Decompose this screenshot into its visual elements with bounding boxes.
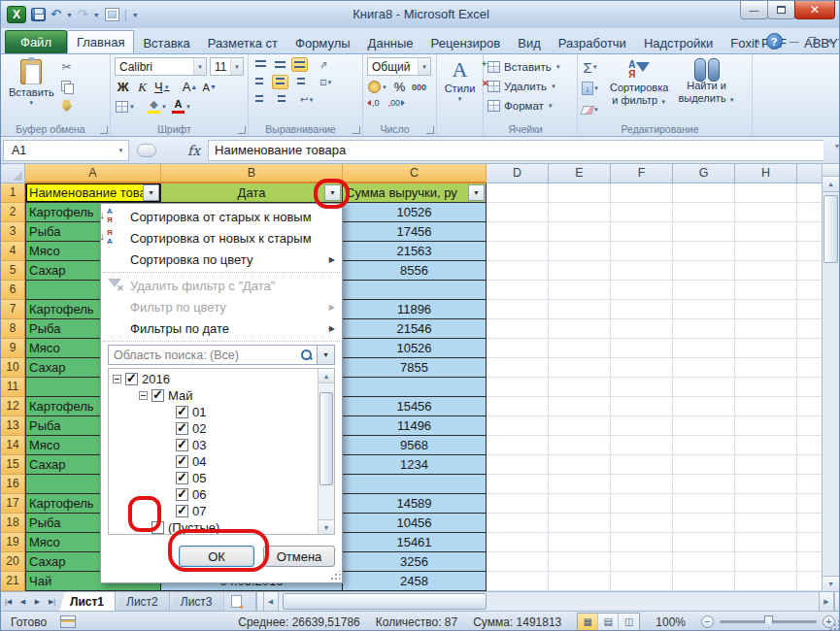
page-layout-view-icon[interactable]: ▤ xyxy=(598,614,619,630)
fill-button[interactable]: ↓▼ xyxy=(582,81,599,96)
merge-center-button[interactable]: ⊡▼ xyxy=(317,75,333,89)
cell-E2[interactable] xyxy=(549,203,611,222)
cell-E3[interactable] xyxy=(549,222,611,242)
horizontal-scrollbar[interactable]: ◀ ▶ xyxy=(255,592,840,611)
cell-H19[interactable] xyxy=(735,533,797,552)
filter-arrow-C1[interactable]: ▼ xyxy=(468,184,485,201)
save-icon[interactable] xyxy=(31,8,46,21)
cell-F8[interactable] xyxy=(611,319,673,339)
cell-D8[interactable] xyxy=(487,319,549,339)
tree-scroll-down-icon[interactable]: ▼ xyxy=(319,519,334,534)
font-dialog-launcher[interactable] xyxy=(238,126,246,134)
cell-D19[interactable] xyxy=(487,533,549,552)
cell-E10[interactable] xyxy=(549,358,611,378)
cell-C16[interactable] xyxy=(343,475,487,494)
zoom-out-icon[interactable]: − xyxy=(701,615,714,628)
cell-G5[interactable] xyxy=(673,261,735,281)
cell-H1[interactable] xyxy=(735,183,797,203)
cell-F11[interactable] xyxy=(611,378,673,397)
decrease-decimal-button[interactable]: ,00 xyxy=(388,98,406,108)
insert-function-icon[interactable]: fx xyxy=(187,143,200,158)
cell-C19[interactable]: 15461 xyxy=(343,533,487,552)
cell-F18[interactable] xyxy=(611,514,673,533)
cell-H20[interactable] xyxy=(735,552,797,572)
sheet-tab-Лист1[interactable]: Лист1 xyxy=(59,592,116,611)
cell-H9[interactable] xyxy=(735,339,797,358)
scrollbar-split-handle[interactable] xyxy=(834,592,840,611)
collapse-ribbon-icon[interactable]: ∧ xyxy=(755,37,761,47)
font-family-arrow-icon[interactable]: ▼ xyxy=(193,58,206,75)
cell-G10[interactable] xyxy=(673,358,735,378)
font-family-combo[interactable]: Calibri▼ xyxy=(115,57,207,76)
cell-F21[interactable] xyxy=(611,572,673,591)
cell-F15[interactable] xyxy=(611,455,673,475)
row-header-15[interactable]: 15 xyxy=(1,455,25,475)
cell-E7[interactable] xyxy=(549,300,611,319)
grow-font-button[interactable]: А▲ xyxy=(182,79,199,95)
align-left-button[interactable] xyxy=(252,75,269,89)
copy-icon[interactable] xyxy=(58,79,76,94)
cell-C20[interactable]: 3256 xyxy=(343,552,487,572)
filter-menu-item-5[interactable]: Фильтры по дате▶ xyxy=(101,317,342,339)
vertical-scroll-thumb[interactable] xyxy=(823,195,838,263)
help-icon[interactable]: ? xyxy=(766,33,783,50)
cell-E1[interactable] xyxy=(549,183,611,203)
borders-button[interactable]: ▼ xyxy=(115,98,136,115)
cell-G18[interactable] xyxy=(673,514,735,533)
cell-C14[interactable]: 9568 xyxy=(343,436,487,455)
cell-H18[interactable] xyxy=(735,514,797,533)
tree-checkbox-03[interactable] xyxy=(176,439,188,451)
cell-G19[interactable] xyxy=(673,533,735,552)
cell-H16[interactable] xyxy=(735,475,797,494)
last-sheet-icon[interactable]: ▶| xyxy=(45,592,59,611)
tree-checkbox-02[interactable] xyxy=(176,422,188,435)
fill-color-button[interactable]: ◆▼ xyxy=(147,98,168,115)
align-middle-button[interactable] xyxy=(272,57,288,72)
tree-checkbox-07[interactable] xyxy=(176,505,188,517)
cell-H13[interactable] xyxy=(735,416,797,436)
restore-button[interactable] xyxy=(767,1,795,19)
cell-C10[interactable]: 7855 xyxy=(343,358,487,378)
cell-G20[interactable] xyxy=(673,552,735,572)
cell-H17[interactable] xyxy=(735,494,797,514)
ok-button[interactable]: ОК xyxy=(179,546,254,567)
cell-C7[interactable]: 11896 xyxy=(343,300,487,319)
cell-G12[interactable] xyxy=(673,397,735,416)
tab-Разработчи[interactable]: Разработчи xyxy=(550,32,635,53)
cell-C2[interactable]: 10526 xyxy=(343,203,487,222)
cell-E18[interactable] xyxy=(549,514,611,533)
redo-dropdown-icon[interactable]: ▼ xyxy=(93,12,100,18)
first-sheet-icon[interactable]: |◀ xyxy=(1,592,16,611)
cell-F1[interactable] xyxy=(611,183,673,203)
cell-F4[interactable] xyxy=(611,242,673,261)
cell-E21[interactable] xyxy=(549,572,611,591)
shrink-font-button[interactable]: А▼ xyxy=(201,79,218,95)
row-header-5[interactable]: 5 xyxy=(1,261,25,281)
row-header-4[interactable]: 4 xyxy=(1,242,25,261)
cell-H21[interactable] xyxy=(735,572,797,591)
cell-D9[interactable] xyxy=(487,339,549,358)
cell-D6[interactable] xyxy=(487,281,549,300)
font-size-combo[interactable]: 11▼ xyxy=(210,57,244,76)
name-box-arrow-icon[interactable]: ▼ xyxy=(114,148,128,153)
sheet-tab-Лист3[interactable]: Лист3 xyxy=(170,592,224,611)
cell-G15[interactable] xyxy=(673,455,735,475)
cell-H12[interactable] xyxy=(735,397,797,416)
cell-D20[interactable] xyxy=(487,552,549,572)
tab-Главная[interactable]: Главная xyxy=(67,30,134,53)
underline-button[interactable]: Ч▼ xyxy=(153,79,171,95)
collapse-toggle-icon[interactable] xyxy=(139,391,148,400)
row-header-9[interactable]: 9 xyxy=(1,339,25,358)
cell-E8[interactable] xyxy=(549,319,611,339)
row-header-16[interactable]: 16 xyxy=(1,475,25,494)
cell-D13[interactable] xyxy=(487,416,549,436)
insert-cells-button[interactable]: +Вставить▼ xyxy=(487,57,573,77)
clipboard-dialog-launcher[interactable] xyxy=(100,126,108,134)
cell-C3[interactable]: 17456 xyxy=(343,222,487,242)
cell-D1[interactable] xyxy=(487,183,549,203)
filter-arrow-A1[interactable]: ▼ xyxy=(143,184,159,201)
paste-button[interactable]: Вставить ▼ xyxy=(5,57,58,114)
excel-logo-icon[interactable]: X xyxy=(7,6,26,23)
macro-record-icon[interactable] xyxy=(60,615,76,628)
row-header-21[interactable]: 21 xyxy=(1,572,25,591)
